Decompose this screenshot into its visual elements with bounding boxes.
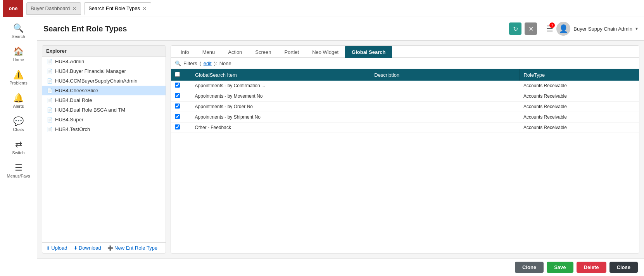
row-global-search-item: Appointments - by Confirmation ... bbox=[191, 81, 370, 91]
doc-icon: 📄 bbox=[47, 78, 53, 84]
tab-portlet[interactable]: Portlet bbox=[278, 46, 306, 58]
filter-paren-open: ( bbox=[199, 60, 201, 66]
doc-icon: 📄 bbox=[47, 107, 53, 113]
row-checkbox-cell[interactable] bbox=[171, 122, 191, 133]
filter-edit-link[interactable]: edit bbox=[204, 60, 212, 66]
row-checkbox-cell[interactable] bbox=[171, 91, 191, 102]
explorer-item-hub4-testorch[interactable]: 📄 HUB4.TestOrch bbox=[42, 124, 166, 134]
tabs-bar: Info Menu Action Screen Portlet Neo Widg… bbox=[171, 46, 639, 58]
doc-icon: 📄 bbox=[47, 59, 53, 64]
avatar: 👤 bbox=[556, 22, 570, 36]
row-description bbox=[370, 122, 520, 133]
bottom-bar: Clone Save Delete Close bbox=[37, 258, 644, 276]
explorer-item-hub4-dual-role-bsca[interactable]: 📄 HUB4.Dual Role BSCA and TM bbox=[42, 105, 166, 115]
explorer-item-label: HUB4.Dual Role BSCA and TM bbox=[55, 107, 125, 113]
th-global-search-item: GlobalSearch Item bbox=[191, 69, 370, 81]
sidebar-item-alerts-label: Alerts bbox=[13, 104, 24, 109]
explorer-item-label: HUB4.Dual Role bbox=[55, 97, 92, 103]
table-row: Appointments - by Movement No Accounts R… bbox=[171, 91, 639, 102]
main-area: 🔍 Search 🏠 Home ⚠️ Problems 🔔 Alerts 💬 C… bbox=[0, 17, 644, 276]
top-bar: one Buyer Dashboard ✕ Search Ent Role Ty… bbox=[0, 0, 644, 17]
menus-favs-icon: ☰ bbox=[15, 163, 22, 173]
explorer-header: Explorer bbox=[42, 46, 166, 57]
tab-action[interactable]: Action bbox=[221, 46, 249, 58]
row-global-search-item: Appointments - by Order No bbox=[191, 102, 370, 112]
row-role-type: Accounts Receivable bbox=[520, 122, 639, 133]
menu-button[interactable]: ☰ 1 bbox=[546, 24, 553, 33]
explorer-panel: Explorer 📄 HUB4.Admin 📄 HUB4.Buyer Finan… bbox=[42, 45, 166, 254]
close-button[interactable]: Close bbox=[609, 262, 638, 273]
alerts-icon: 🔔 bbox=[13, 93, 24, 103]
filter-bar: 🔍 Filters (edit): None bbox=[171, 58, 639, 69]
tab-menu[interactable]: Menu bbox=[196, 46, 222, 58]
explorer-item-label: HUB4.CCMBuyerSupplyChainAdmin bbox=[55, 78, 137, 84]
delete-button[interactable]: Delete bbox=[577, 262, 606, 273]
explorer-item-hub4-admin[interactable]: 📄 HUB4.Admin bbox=[42, 57, 166, 66]
row-description bbox=[370, 102, 520, 112]
sidebar-item-home-label: Home bbox=[13, 57, 24, 62]
row-checkbox-cell[interactable] bbox=[171, 81, 191, 91]
sidebar-item-search[interactable]: 🔍 Search bbox=[3, 20, 34, 42]
row-checkbox[interactable] bbox=[175, 114, 180, 119]
detail-panel: Info Menu Action Screen Portlet Neo Widg… bbox=[171, 45, 639, 254]
table-row: Other - Feedback Accounts Receivable bbox=[171, 122, 639, 133]
sidebar-item-home[interactable]: 🏠 Home bbox=[3, 43, 34, 65]
save-button[interactable]: Save bbox=[547, 262, 573, 273]
sidebar-item-menus-favs-label: Menus/Favs bbox=[7, 174, 30, 178]
explorer-item-label: HUB4.Super bbox=[55, 117, 83, 122]
explorer-item-hub4-ccm[interactable]: 📄 HUB4.CCMBuyerSupplyChainAdmin bbox=[42, 76, 166, 86]
body-content: Explorer 📄 HUB4.Admin 📄 HUB4.Buyer Finan… bbox=[37, 41, 644, 258]
notification-badge: 1 bbox=[549, 22, 555, 28]
explorer-item-hub4-super[interactable]: 📄 HUB4.Super bbox=[42, 115, 166, 124]
row-checkbox-cell[interactable] bbox=[171, 112, 191, 122]
home-icon: 🏠 bbox=[13, 47, 24, 57]
tab-global-search[interactable]: Global Search bbox=[345, 46, 392, 58]
problems-icon: ⚠️ bbox=[13, 70, 24, 80]
row-global-search-item: Appointments - by Shipment No bbox=[191, 112, 370, 122]
content-area: Search Ent Role Types ↻ ✕ ☰ 1 👤 Buyer Su… bbox=[37, 17, 644, 276]
tab-buyer-dashboard-close[interactable]: ✕ bbox=[72, 5, 77, 12]
tab-screen[interactable]: Screen bbox=[249, 46, 278, 58]
row-checkbox[interactable] bbox=[175, 93, 180, 98]
sidebar-item-switch[interactable]: ⇄ Switch bbox=[3, 136, 34, 158]
explorer-item-hub4-buyer-financial[interactable]: 📄 HUB4.Buyer Financial Manager bbox=[42, 66, 166, 76]
sidebar-item-search-label: Search bbox=[12, 34, 25, 39]
download-link[interactable]: ⬇ Download bbox=[74, 245, 101, 251]
explorer-item-label: HUB4.TestOrch bbox=[55, 126, 90, 132]
row-checkbox[interactable] bbox=[175, 104, 180, 109]
close-header-button[interactable]: ✕ bbox=[525, 22, 537, 35]
select-all-checkbox[interactable] bbox=[175, 72, 180, 77]
left-sidebar: 🔍 Search 🏠 Home ⚠️ Problems 🔔 Alerts 💬 C… bbox=[0, 17, 37, 276]
sidebar-item-problems-label: Problems bbox=[9, 81, 27, 85]
tab-search-ent-role-types[interactable]: Search Ent Role Types ✕ bbox=[84, 2, 151, 15]
tab-search-ent-role-types-close[interactable]: ✕ bbox=[142, 5, 147, 12]
clone-button[interactable]: Clone bbox=[515, 262, 544, 273]
explorer-item-hub4-cheeseslice[interactable]: 📄 HUB4.CheeseSlice bbox=[42, 86, 166, 95]
search-icon: 🔍 bbox=[13, 23, 24, 33]
filter-paren-close: ): bbox=[214, 60, 217, 66]
doc-icon: 📄 bbox=[47, 88, 53, 93]
explorer-footer: ⬆ Upload ⬇ Download ➕ New Ent Role Type bbox=[42, 242, 166, 253]
tab-buyer-dashboard-label: Buyer Dashboard bbox=[31, 5, 70, 11]
tab-search-ent-role-types-label: Search Ent Role Types bbox=[88, 5, 140, 11]
explorer-item-label: HUB4.Buyer Financial Manager bbox=[55, 68, 126, 74]
filter-label: Filters bbox=[183, 60, 197, 66]
page-header: Search Ent Role Types ↻ ✕ ☰ 1 👤 Buyer Su… bbox=[37, 17, 644, 41]
refresh-button[interactable]: ↻ bbox=[509, 22, 521, 35]
user-name: Buyer Suppy Chain Admin bbox=[573, 26, 632, 32]
sidebar-item-chats[interactable]: 💬 Chats bbox=[3, 113, 34, 135]
row-checkbox-cell[interactable] bbox=[171, 102, 191, 112]
row-checkbox[interactable] bbox=[175, 83, 180, 88]
sidebar-item-alerts[interactable]: 🔔 Alerts bbox=[3, 90, 34, 112]
explorer-item-hub4-dual-role[interactable]: 📄 HUB4.Dual Role bbox=[42, 95, 166, 105]
tab-info[interactable]: Info bbox=[174, 46, 196, 58]
user-dropdown-arrow[interactable]: ▾ bbox=[635, 26, 638, 31]
new-ent-role-type-link[interactable]: ➕ New Ent Role Type bbox=[107, 245, 157, 251]
upload-link[interactable]: ⬆ Upload bbox=[46, 245, 67, 251]
row-checkbox[interactable] bbox=[175, 124, 180, 129]
sidebar-item-menus-favs[interactable]: ☰ Menus/Favs bbox=[3, 160, 34, 181]
sidebar-item-problems[interactable]: ⚠️ Problems bbox=[3, 67, 34, 88]
tab-buyer-dashboard[interactable]: Buyer Dashboard ✕ bbox=[26, 2, 81, 15]
global-search-table: GlobalSearch Item Description RoleType bbox=[171, 69, 639, 133]
tab-neo-widget[interactable]: Neo Widget bbox=[306, 46, 345, 58]
